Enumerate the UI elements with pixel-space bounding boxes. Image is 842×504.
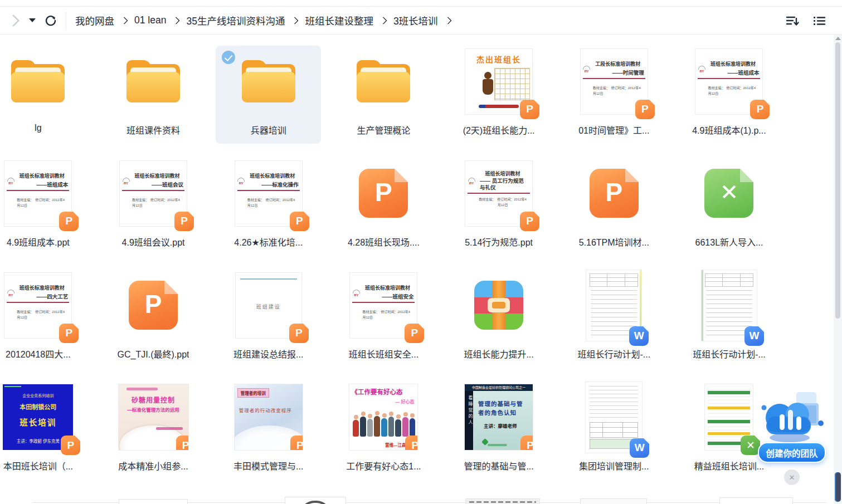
thumb-subtitle: ——标准化操作 [252,182,299,188]
ppt-badge-icon: P [405,436,417,450]
breadcrumb-item[interactable]: 班组长建设整理 [305,13,373,27]
refresh-icon[interactable] [45,14,57,27]
excel-thumbnail: ✕ [705,384,753,450]
ppt-file-icon: P [359,169,408,218]
folder-icon [242,60,295,102]
file-tile[interactable]: W 集团培训管理制... [561,381,666,479]
create-team-button[interactable]: 创建你的团队 [758,442,826,463]
file-tile[interactable]: W 班组长行动计划-... [561,270,666,368]
scrollbar[interactable] [834,35,842,504]
file-name: 班组长行动计划-... [693,347,766,360]
breadcrumb-separator-icon [291,17,299,25]
file-name: 班组课件资料 [126,123,180,136]
file-tile[interactable]: 班组长标准培训教材 ——班组安全 RY 教材主编： 修订时间：2012年4月12… [331,270,436,368]
company-logo-icon: RY [121,178,130,185]
file-grid: lg 班组课件资料 兵器培训 生产管理概论 杰出班组长 P (2天)班组长能力.… [0,35,787,479]
ppt-badge-icon: P [174,212,194,231]
file-name: 5.14行为规范.ppt [465,235,533,248]
thumb-title: 班组长标准培训教材 [246,173,299,179]
file-tile[interactable]: 工段长标准培训教材 ——时间管理 RY 教材主编： 修订时间：2012年4月12… [561,46,666,144]
breadcrumb-separator-icon [172,17,180,25]
sort-order-button[interactable] [785,14,800,27]
file-tile[interactable]: 生产管理概论 [331,46,436,144]
thumb-title: 《工作要有好心态 [351,387,417,396]
file-tile[interactable]: 班组长标准培训教材 ——班组会议 RY 教材主编： 修订时间：2012年4月12… [101,158,206,256]
ppt-badge-icon: P [59,324,79,343]
scrollbar-thumb[interactable] [835,42,840,319]
ppt-badge-icon: P [520,100,539,119]
ppt-badge-icon: P [520,212,539,231]
ppt-file-icon: P [590,169,639,218]
file-tile[interactable]: 班组长标准培训教材 ——班组成本 RY 教材主编： 修订时间：2012年4月12… [676,46,782,144]
list-view-button[interactable] [812,14,826,27]
file-tile[interactable]: 班组长培训教材 —— 员工行为规范与礼仪 RY 教材主编： 修订时间：2012年… [446,158,552,256]
thumb-title: 班组长标准培训教材 [707,61,759,67]
ppt-badge-icon: P [290,212,309,231]
thumb-title: 班组长标准培训教材 [131,173,183,179]
ppt-thumbnail: 班组建设 P [236,273,301,338]
file-tile[interactable]: ✕ 6613L新人导入... [676,158,782,256]
file-name: 4.26★标准化培... [234,235,303,248]
file-tile[interactable]: 班组长能力提升... [446,270,552,368]
thumb-subtitle: ——班组成本 [21,182,68,188]
file-tile[interactable]: lg [0,46,91,144]
forward-nav-icon[interactable] [7,14,20,27]
breadcrumb-item[interactable]: 01 lean [134,14,166,26]
file-tile[interactable]: 砂糖用量控制 —标准化管理方法的运用 P 成本精准小组参... [101,381,206,479]
scrollbar-bottom-thumb[interactable] [835,472,841,502]
thumb-text: 看睡觉的人 [465,391,473,450]
ppt-thumbnail: 班组长标准培训教材 ——班组成本 RY 教材主编： 修订时间：2012年4月12… [4,161,71,226]
thumb-title: 班组长培训教材 [476,171,529,177]
file-name: 工作要有好心态1... [346,459,421,472]
promo-close-button[interactable]: ✕ [784,469,800,485]
breadcrumb-item[interactable]: 我的网盘 [75,13,114,27]
file-name: 班组长行动计划-... [577,347,650,360]
figure-illustration [480,72,495,96]
file-tile[interactable]: 班组长标准培训教材 ——四大工艺 RY 教材主编： 修订时间：2012年4月12… [0,270,91,368]
file-tile[interactable]: 《工作要有好心态 — 好心态 富维—江森公司 P 工作要有好心态1... [331,381,436,479]
file-tile[interactable]: 企业业务系列培训 本田制锁公司 班长培训 主讲：李政韶 伊东克美 P 本田班长培… [0,381,91,479]
promo-cloud-illustration [756,389,828,443]
file-tile[interactable]: P 4.28班组长现场.... [331,158,436,256]
scroll-up-arrow-icon[interactable] [835,37,841,40]
file-name: 集团培训管理制... [579,459,649,472]
team-promo: 创建你的团队 ✕ [756,389,828,485]
folder-icon [357,60,410,102]
file-tile[interactable]: 班组长标准培训教材 ——标准化操作 RY 教材主编： 修订时间：2012年4月1… [216,158,321,256]
thumb-subtitle: ——班组成本 [712,70,759,76]
thumb-title: 砂糖用量控制 [119,395,188,404]
next-row-thumbnail-peek [466,499,539,504]
file-tile[interactable]: P GC_TJI.(最終).ppt [101,270,206,368]
file-tile[interactable]: 班组长标准培训教材 ——班组成本 RY 教材主编： 修订时间：2012年4月12… [0,158,91,256]
breadcrumb-item-current[interactable]: 3班长培训 [393,13,438,27]
file-tile[interactable]: P 5.16TPM培训材... [561,158,666,256]
file-tile[interactable]: W 班组长行动计划-... [676,270,782,368]
next-row-thumbnail-peek [720,498,792,504]
history-dropdown-caret-icon[interactable] [29,18,36,22]
file-tile[interactable]: 班组建设 P 班组建设总结报... [216,270,321,368]
rar-archive-icon [474,281,523,330]
thumb-text: 本田制锁公司 [3,402,73,411]
thumb-title: 班组建设 [236,303,301,310]
breadcrumb-item[interactable]: 35生产线培训资料沟通 [186,13,285,27]
file-name: 20120418四大... [6,347,71,360]
company-logo-icon: RY [697,66,706,74]
file-tile[interactable]: 中国制造业最好的管理顾问公司之一 看睡觉的人 管理的基础与管 者的角色认知 主讲… [446,381,552,479]
file-name: 4.9班组成本(1).p... [692,123,766,136]
file-name: 班组长能力提升... [464,347,533,360]
thumb-subtitle: ——班组会议 [137,182,183,188]
ppt-badge-icon: P [750,100,770,119]
file-tile[interactable]: 杰出班组长 P (2天)班组长能力... [446,46,552,144]
ppt-thumbnail: 杰出班组长 P [465,49,532,114]
thumb-meta: 教材主编： 修订时间：2012年4月12日 [247,198,298,208]
file-tile-selected[interactable]: 兵器培训 [216,46,321,144]
file-tile[interactable]: 班组课件资料 [101,46,206,144]
ppt-badge-icon: P [635,100,655,119]
file-name: 班组长班组安全... [349,347,418,360]
company-logo-icon: RY [237,178,246,185]
ppt-thumbnail: 班组长标准培训教材 ——班组会议 RY 教材主编： 修订时间：2012年4月12… [120,161,187,226]
people-illustration [353,413,415,437]
ppt-thumbnail: 班组长标准培训教材 ——四大工艺 RY 教材主编： 修订时间：2012年4月12… [4,273,71,338]
file-tile[interactable]: 管理者的培训 管理者的行动改变程序 P 丰田模式管理与... [216,381,321,479]
ppt-thumbnail: 班组长标准培训教材 ——班组成本 RY 教材主编： 修订时间：2012年4月12… [695,49,762,114]
